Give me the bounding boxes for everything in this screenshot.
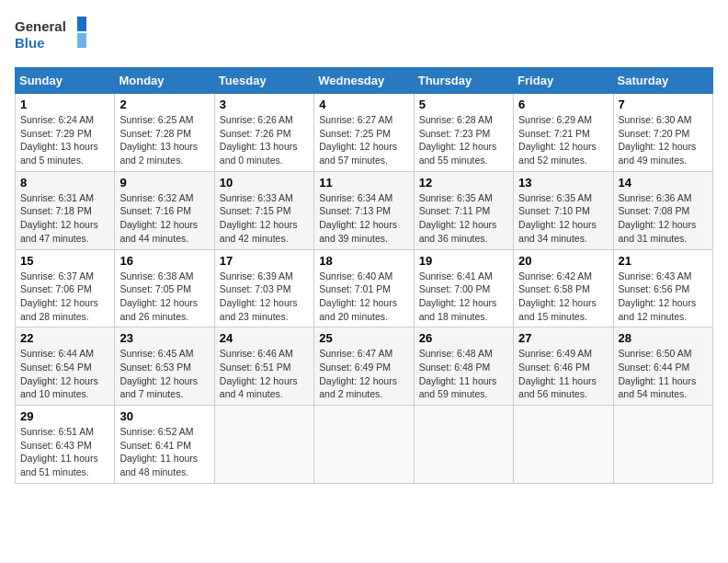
day-number: 25 — [319, 331, 408, 345]
svg-marker-3 — [77, 33, 86, 48]
day-cell — [613, 406, 712, 484]
day-number: 8 — [20, 176, 109, 190]
day-cell: 10Sunrise: 6:33 AMSunset: 7:15 PMDayligh… — [214, 171, 313, 249]
day-info: Sunrise: 6:42 AMSunset: 6:58 PMDaylight:… — [518, 270, 608, 324]
day-number: 20 — [518, 254, 608, 268]
day-number: 2 — [119, 98, 209, 111]
day-number: 7 — [619, 98, 708, 111]
day-cell: 16Sunrise: 6:38 AMSunset: 7:05 PMDayligh… — [115, 249, 214, 327]
day-info: Sunrise: 6:44 AMSunset: 6:54 PMDaylight:… — [20, 347, 109, 401]
header-row: SundayMondayTuesdayWednesdayThursdayFrid… — [16, 68, 713, 94]
day-cell: 22Sunrise: 6:44 AMSunset: 6:54 PMDayligh… — [16, 327, 115, 406]
day-info: Sunrise: 6:33 AMSunset: 7:15 PMDaylight:… — [220, 191, 309, 246]
day-info: Sunrise: 6:46 AMSunset: 6:51 PMDaylight:… — [220, 347, 309, 401]
day-info: Sunrise: 6:26 AMSunset: 7:26 PMDaylight:… — [220, 113, 309, 167]
day-number: 3 — [220, 98, 309, 111]
day-cell: 5Sunrise: 6:28 AMSunset: 7:23 PMDaylight… — [414, 94, 513, 172]
day-cell — [214, 406, 313, 484]
day-info: Sunrise: 6:50 AMSunset: 6:44 PMDaylight:… — [619, 347, 708, 401]
day-number: 30 — [119, 409, 209, 423]
day-cell: 25Sunrise: 6:47 AMSunset: 6:49 PMDayligh… — [314, 327, 414, 406]
page-header: General Blue — [15, 15, 713, 56]
day-number: 1 — [20, 98, 109, 111]
day-number: 24 — [220, 331, 309, 345]
day-number: 23 — [119, 331, 209, 345]
day-cell — [414, 406, 513, 484]
calendar-body: 1Sunrise: 6:24 AMSunset: 7:29 PMDaylight… — [16, 94, 713, 484]
day-cell: 18Sunrise: 6:40 AMSunset: 7:01 PMDayligh… — [314, 249, 414, 327]
day-info: Sunrise: 6:35 AMSunset: 7:11 PMDaylight:… — [419, 191, 508, 246]
day-info: Sunrise: 6:31 AMSunset: 7:18 PMDaylight:… — [20, 191, 109, 246]
day-info: Sunrise: 6:40 AMSunset: 7:01 PMDaylight:… — [319, 270, 408, 324]
day-number: 26 — [419, 331, 508, 345]
day-cell: 15Sunrise: 6:37 AMSunset: 7:06 PMDayligh… — [16, 249, 115, 327]
day-cell: 7Sunrise: 6:30 AMSunset: 7:20 PMDaylight… — [613, 94, 712, 172]
header-tuesday: Tuesday — [214, 68, 313, 94]
calendar-table: SundayMondayTuesdayWednesdayThursdayFrid… — [15, 67, 713, 484]
day-info: Sunrise: 6:37 AMSunset: 7:06 PMDaylight:… — [20, 270, 109, 324]
day-cell: 13Sunrise: 6:35 AMSunset: 7:10 PMDayligh… — [514, 171, 613, 249]
header-saturday: Saturday — [613, 68, 712, 94]
day-number: 13 — [518, 176, 608, 190]
day-number: 10 — [220, 176, 309, 190]
day-cell: 26Sunrise: 6:48 AMSunset: 6:48 PMDayligh… — [414, 327, 513, 406]
week-row-2: 8Sunrise: 6:31 AMSunset: 7:18 PMDaylight… — [16, 171, 713, 249]
day-number: 11 — [319, 176, 408, 190]
day-cell: 3Sunrise: 6:26 AMSunset: 7:26 PMDaylight… — [214, 94, 313, 172]
calendar-header: SundayMondayTuesdayWednesdayThursdayFrid… — [16, 68, 713, 94]
day-cell: 6Sunrise: 6:29 AMSunset: 7:21 PMDaylight… — [514, 94, 613, 172]
day-number: 17 — [220, 254, 309, 268]
svg-marker-2 — [77, 17, 86, 31]
week-row-4: 22Sunrise: 6:44 AMSunset: 6:54 PMDayligh… — [16, 327, 713, 406]
day-number: 4 — [319, 98, 408, 111]
day-info: Sunrise: 6:47 AMSunset: 6:49 PMDaylight:… — [319, 347, 408, 401]
day-number: 15 — [20, 254, 109, 268]
day-info: Sunrise: 6:49 AMSunset: 6:46 PMDaylight:… — [518, 347, 608, 401]
day-info: Sunrise: 6:32 AMSunset: 7:16 PMDaylight:… — [119, 191, 209, 246]
day-number: 12 — [419, 176, 508, 190]
day-cell: 8Sunrise: 6:31 AMSunset: 7:18 PMDaylight… — [16, 171, 115, 249]
header-monday: Monday — [115, 68, 214, 94]
day-info: Sunrise: 6:28 AMSunset: 7:23 PMDaylight:… — [419, 113, 508, 167]
day-info: Sunrise: 6:30 AMSunset: 7:20 PMDaylight:… — [619, 113, 708, 167]
day-info: Sunrise: 6:25 AMSunset: 7:28 PMDaylight:… — [119, 113, 209, 167]
day-cell: 21Sunrise: 6:43 AMSunset: 6:56 PMDayligh… — [613, 249, 712, 327]
day-info: Sunrise: 6:38 AMSunset: 7:05 PMDaylight:… — [119, 270, 209, 324]
day-info: Sunrise: 6:39 AMSunset: 7:03 PMDaylight:… — [220, 270, 309, 324]
day-cell: 24Sunrise: 6:46 AMSunset: 6:51 PMDayligh… — [214, 327, 313, 406]
day-cell: 9Sunrise: 6:32 AMSunset: 7:16 PMDaylight… — [115, 171, 214, 249]
day-number: 22 — [20, 331, 109, 345]
week-row-3: 15Sunrise: 6:37 AMSunset: 7:06 PMDayligh… — [16, 249, 713, 327]
day-cell: 12Sunrise: 6:35 AMSunset: 7:11 PMDayligh… — [414, 171, 513, 249]
day-info: Sunrise: 6:45 AMSunset: 6:53 PMDaylight:… — [119, 347, 209, 401]
day-number: 14 — [619, 176, 708, 190]
day-info: Sunrise: 6:29 AMSunset: 7:21 PMDaylight:… — [518, 113, 608, 167]
day-number: 6 — [518, 98, 608, 111]
svg-text:General: General — [15, 18, 66, 34]
day-cell: 11Sunrise: 6:34 AMSunset: 7:13 PMDayligh… — [314, 171, 414, 249]
day-number: 27 — [518, 331, 608, 345]
header-sunday: Sunday — [16, 68, 115, 94]
week-row-1: 1Sunrise: 6:24 AMSunset: 7:29 PMDaylight… — [16, 94, 713, 172]
day-cell: 20Sunrise: 6:42 AMSunset: 6:58 PMDayligh… — [514, 249, 613, 327]
day-cell: 29Sunrise: 6:51 AMSunset: 6:43 PMDayligh… — [16, 406, 115, 484]
day-cell: 27Sunrise: 6:49 AMSunset: 6:46 PMDayligh… — [514, 327, 613, 406]
day-number: 29 — [20, 409, 109, 423]
day-cell: 19Sunrise: 6:41 AMSunset: 7:00 PMDayligh… — [414, 249, 513, 327]
day-cell: 30Sunrise: 6:52 AMSunset: 6:41 PMDayligh… — [115, 406, 214, 484]
logo-svg: General Blue — [15, 15, 88, 56]
day-info: Sunrise: 6:52 AMSunset: 6:41 PMDaylight:… — [119, 425, 209, 479]
day-info: Sunrise: 6:36 AMSunset: 7:08 PMDaylight:… — [619, 191, 708, 246]
day-info: Sunrise: 6:27 AMSunset: 7:25 PMDaylight:… — [319, 113, 408, 167]
day-number: 5 — [419, 98, 508, 111]
day-cell: 28Sunrise: 6:50 AMSunset: 6:44 PMDayligh… — [613, 327, 712, 406]
day-number: 9 — [119, 176, 209, 190]
week-row-5: 29Sunrise: 6:51 AMSunset: 6:43 PMDayligh… — [16, 406, 713, 484]
day-number: 28 — [619, 331, 708, 345]
day-info: Sunrise: 6:24 AMSunset: 7:29 PMDaylight:… — [20, 113, 109, 167]
day-cell: 2Sunrise: 6:25 AMSunset: 7:28 PMDaylight… — [115, 94, 214, 172]
day-cell: 1Sunrise: 6:24 AMSunset: 7:29 PMDaylight… — [16, 94, 115, 172]
header-thursday: Thursday — [414, 68, 513, 94]
day-number: 16 — [119, 254, 209, 268]
header-wednesday: Wednesday — [314, 68, 414, 94]
